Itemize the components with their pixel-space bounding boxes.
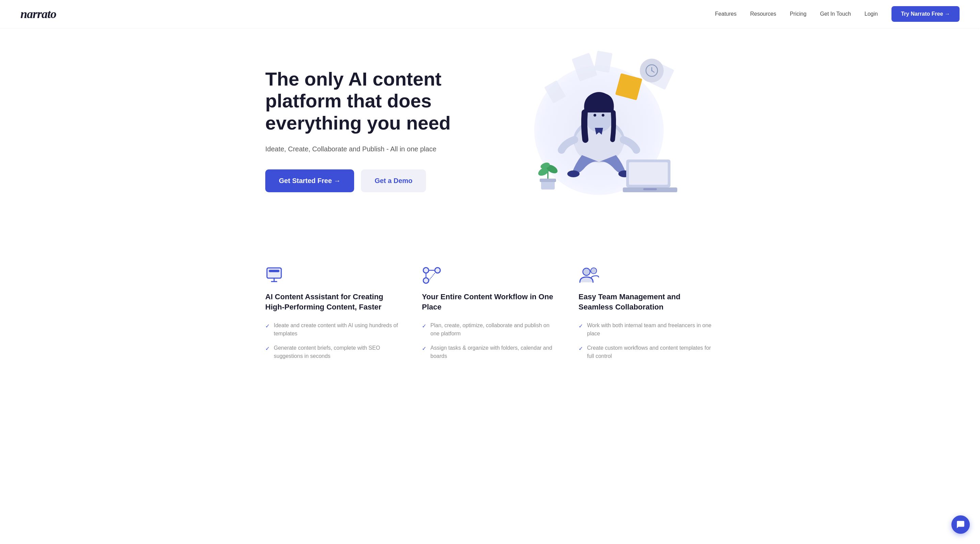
svg-rect-21 — [269, 270, 279, 272]
check-icon-2: ✓ — [265, 345, 270, 353]
svg-point-15 — [602, 114, 605, 116]
team-icon — [579, 266, 599, 284]
feature-ai-list: ✓ Ideate and create content with AI usin… — [265, 321, 401, 360]
nav-pricing[interactable]: Pricing — [790, 11, 807, 17]
nav-contact[interactable]: Get In Touch — [820, 11, 851, 17]
nav-login[interactable]: Login — [865, 11, 878, 17]
nav-try-free-button[interactable]: Try Narrato Free → — [891, 6, 959, 22]
feature-workflow-list: ✓ Plan, create, optimize, collaborate an… — [422, 321, 558, 360]
workflow-icon — [422, 266, 442, 284]
feature-team-list: ✓ Work with both internal team and freel… — [579, 321, 715, 360]
get-demo-button[interactable]: Get a Demo — [361, 169, 426, 192]
check-icon-1: ✓ — [265, 322, 270, 330]
check-icon-4: ✓ — [422, 345, 426, 353]
feature-team-bullet-2: ✓ Create custom workflows and content te… — [579, 344, 715, 360]
hero-title: The only AI content platform that does e… — [265, 68, 483, 134]
nav-features[interactable]: Features — [715, 11, 737, 17]
svg-rect-20 — [267, 268, 281, 278]
feature-team: Easy Team Management and Seamless Collab… — [579, 266, 715, 360]
check-icon-6: ✓ — [579, 345, 583, 353]
check-icon-5: ✓ — [579, 322, 583, 330]
hero-subtitle: Ideate, Create, Collaborate and Publish … — [265, 144, 483, 155]
feature-workflow-title: Your Entire Content Workflow in One Plac… — [422, 292, 558, 312]
svg-point-25 — [435, 268, 440, 273]
hero-section: The only AI content platform that does e… — [245, 28, 735, 239]
hero-left: The only AI content platform that does e… — [265, 68, 483, 192]
logo[interactable]: narrato — [21, 7, 56, 21]
feature-workflow-bullet-2: ✓ Assign tasks & organize with folders, … — [422, 344, 558, 360]
feature-workflow-bullet-1: ✓ Plan, create, optimize, collaborate an… — [422, 321, 558, 338]
svg-rect-19 — [643, 188, 657, 190]
navbar: narrato Features Resources Pricing Get I… — [0, 0, 980, 28]
svg-point-31 — [591, 268, 597, 274]
svg-rect-17 — [629, 162, 668, 185]
feature-ai-bullet-2: ✓ Generate content briefs, complete with… — [265, 344, 401, 360]
svg-point-11 — [567, 171, 579, 177]
get-started-button[interactable]: Get Started Free → — [265, 169, 354, 192]
feature-team-title: Easy Team Management and Seamless Collab… — [579, 292, 715, 312]
svg-point-26 — [423, 278, 429, 283]
features-section: AI Content Assistant for Creating High-P… — [245, 239, 735, 381]
nav-links: Features Resources Pricing Get In Touch … — [715, 6, 959, 22]
svg-point-14 — [593, 114, 596, 116]
hero-illustration — [483, 48, 715, 212]
feature-ai-bullet-1: ✓ Ideate and create content with AI usin… — [265, 321, 401, 338]
feature-ai-content: AI Content Assistant for Creating High-P… — [265, 266, 401, 360]
laptop-icon — [623, 156, 677, 195]
svg-point-24 — [423, 268, 429, 273]
feature-ai-title: AI Content Assistant for Creating High-P… — [265, 292, 401, 312]
nav-resources[interactable]: Resources — [750, 11, 776, 17]
hero-buttons: Get Started Free → Get a Demo — [265, 169, 483, 192]
svg-point-30 — [583, 268, 590, 275]
feature-team-bullet-1: ✓ Work with both internal team and freel… — [579, 321, 715, 338]
svg-line-29 — [429, 273, 435, 281]
check-icon-3: ✓ — [422, 322, 426, 330]
monitor-icon — [265, 266, 286, 284]
feature-workflow: Your Entire Content Workflow in One Plac… — [422, 266, 558, 360]
